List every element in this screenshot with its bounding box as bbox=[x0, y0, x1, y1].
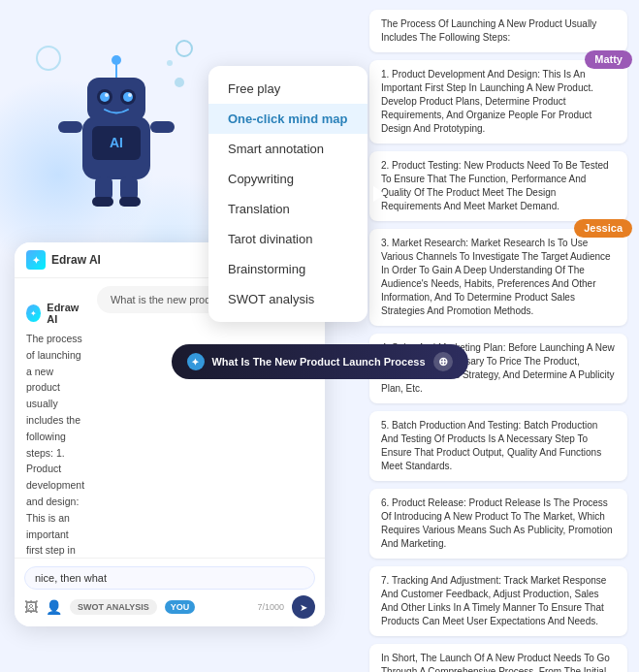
menu-item-translation[interactable]: Translation bbox=[208, 194, 367, 224]
mind-node-summary-text: In Short, The Launch Of A New Product Ne… bbox=[381, 653, 614, 672]
svg-point-12 bbox=[105, 93, 109, 97]
mind-node-5-text: 5. Batch Production And Testing: Batch P… bbox=[381, 420, 601, 471]
ai-response-section: ✦ Edraw AI The process of launching a ne… bbox=[26, 296, 85, 558]
matty-badge: Matty bbox=[585, 50, 632, 69]
mind-node-6-text: 6. Product Release: Product Release Is T… bbox=[381, 497, 613, 549]
menu-item-copywriting[interactable]: Copywriting bbox=[208, 164, 367, 194]
mind-node-2-text: 2. Product Testing: New Products Need To… bbox=[381, 160, 609, 211]
dropdown-menu: Free play One-click mind map Smart annot… bbox=[208, 66, 367, 322]
svg-point-10 bbox=[100, 92, 110, 102]
person-tool-icon[interactable]: 👤 bbox=[46, 599, 62, 615]
you-badge: YOU bbox=[165, 600, 196, 614]
svg-rect-17 bbox=[150, 121, 175, 133]
ai-response-text: The process of launching a new product u… bbox=[26, 331, 85, 558]
menu-item-mind-map[interactable]: One-click mind map bbox=[208, 104, 367, 134]
chat-body[interactable]: ✦ Edraw AI The process of launching a ne… bbox=[15, 286, 97, 558]
svg-point-0 bbox=[37, 47, 60, 70]
svg-point-2 bbox=[175, 78, 184, 87]
svg-point-1 bbox=[176, 41, 192, 56]
menu-item-swot[interactable]: SWOT analysis bbox=[208, 284, 367, 314]
svg-rect-7 bbox=[87, 78, 145, 121]
dropdown-arrow bbox=[373, 186, 385, 202]
ai-responder-name: Edraw AI bbox=[47, 302, 85, 325]
expand-icon[interactable]: ⊕ bbox=[433, 352, 453, 371]
ai-avatar-icon: ✦ bbox=[26, 304, 41, 322]
mind-node-2: 2. Product Testing: New Products Need To… bbox=[369, 151, 627, 221]
image-tool-icon[interactable]: 🖼 bbox=[24, 599, 38, 615]
mind-node-7-text: 7. Tracking And Adjustment: Track Market… bbox=[381, 575, 606, 626]
send-icon: ➤ bbox=[300, 602, 307, 613]
mind-node-summary: In Short, The Launch Of A New Product Ne… bbox=[369, 644, 627, 672]
mind-node-intro-text: The Process Of Launching A New Product U… bbox=[381, 18, 596, 43]
right-mind-map-panel[interactable]: The Process Of Launching A New Product U… bbox=[358, 0, 639, 672]
svg-rect-21 bbox=[119, 197, 141, 207]
mind-node-1-text: 1. Product Development And Design: This … bbox=[381, 69, 593, 134]
svg-point-11 bbox=[123, 92, 133, 102]
menu-item-brainstorming[interactable]: Brainstorming bbox=[208, 254, 367, 284]
menu-item-smart-annotation[interactable]: Smart annotation bbox=[208, 134, 367, 164]
query-highlight-text: What Is The New Product Launch Process bbox=[211, 356, 425, 368]
chat-tools-bar: 🖼 👤 SWOT ANALYSIS YOU 7/1000 ➤ bbox=[24, 595, 315, 619]
mind-node-3: Jessica 3. Market Research: Market Resea… bbox=[369, 229, 627, 326]
jessica-badge: Jessica bbox=[574, 219, 632, 238]
mind-node-7: 7. Tracking And Adjustment: Track Market… bbox=[369, 566, 627, 636]
chat-footer: nice, then what 🖼 👤 SWOT ANALYSIS YOU 7/… bbox=[15, 558, 325, 626]
mind-node-1: Matty 1. Product Development And Design:… bbox=[369, 60, 627, 144]
menu-item-free-play[interactable]: Free play bbox=[208, 74, 367, 104]
ai-response-header: ✦ Edraw AI bbox=[26, 302, 85, 325]
mind-node-6: 6. Product Release: Product Release Is T… bbox=[369, 489, 627, 559]
robot-character: AI bbox=[19, 29, 213, 233]
query-highlight-pill: ✦ What Is The New Product Launch Process… bbox=[171, 344, 467, 379]
word-count: 7/1000 bbox=[257, 602, 284, 612]
svg-text:AI: AI bbox=[110, 135, 123, 150]
mind-node-intro: The Process Of Launching A New Product U… bbox=[369, 10, 627, 52]
chat-input-row: nice, then what bbox=[24, 566, 315, 590]
query-icon: ✦ bbox=[186, 353, 204, 370]
svg-point-13 bbox=[128, 93, 132, 97]
swot-tag[interactable]: SWOT ANALYSIS bbox=[70, 599, 157, 615]
send-button[interactable]: ➤ bbox=[292, 595, 315, 619]
svg-rect-20 bbox=[92, 197, 113, 207]
svg-point-3 bbox=[167, 60, 173, 66]
ai-logo: ✦ bbox=[26, 250, 46, 270]
svg-rect-16 bbox=[58, 121, 82, 133]
chat-input-field[interactable]: nice, then what bbox=[35, 572, 304, 584]
mind-node-3-text: 3. Market Research: Market Research Is T… bbox=[381, 238, 611, 316]
ai-logo-icon: ✦ bbox=[32, 255, 40, 266]
menu-item-tarot[interactable]: Tarot divination bbox=[208, 224, 367, 254]
mind-node-5: 5. Batch Production And Testing: Batch P… bbox=[369, 411, 627, 481]
svg-point-15 bbox=[112, 55, 121, 65]
